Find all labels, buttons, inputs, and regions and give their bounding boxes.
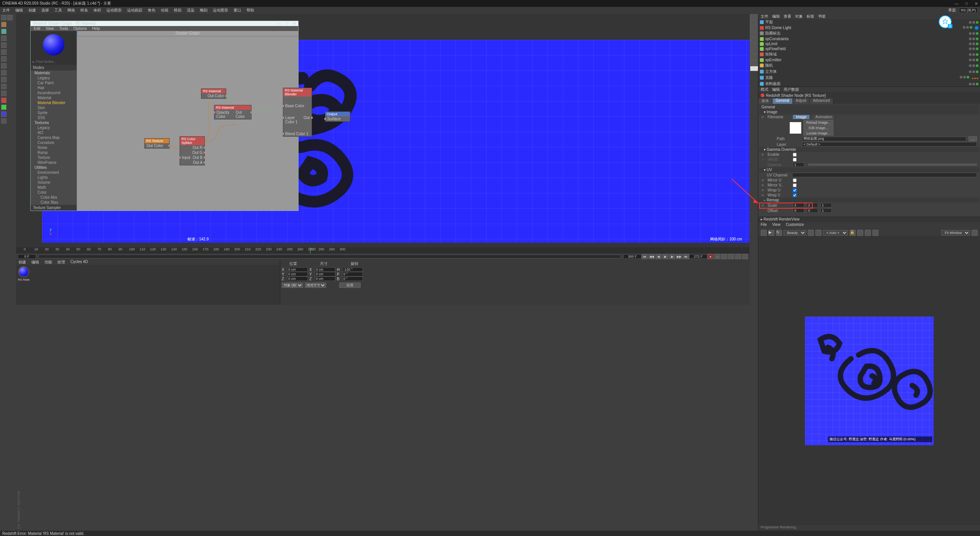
menu-item[interactable]: 文件 <box>761 14 768 19</box>
compare-button[interactable] <box>815 230 822 236</box>
snapshot-button[interactable] <box>808 230 814 236</box>
menu-item[interactable]: 文件 <box>2 8 10 13</box>
render-button[interactable] <box>761 230 767 236</box>
reload-image-button[interactable]: Reload Image... <box>804 120 833 125</box>
srgb-checkbox[interactable] <box>793 158 797 162</box>
node-tree[interactable]: MaterialsLegacyCar PaintHairIncandescent… <box>31 70 77 205</box>
tree-item[interactable]: Noise <box>31 145 77 150</box>
menu-item[interactable]: 选择 <box>41 8 49 13</box>
menu-item[interactable]: 动画 <box>161 8 168 13</box>
size-input[interactable] <box>315 276 335 281</box>
locate-image-button[interactable]: Locate Image... <box>804 131 833 136</box>
tree-item[interactable]: WireFrame <box>31 160 77 165</box>
menu-item[interactable]: 网格 <box>67 8 75 13</box>
menu-item[interactable]: View <box>46 26 54 31</box>
menu-item[interactable]: 创建 <box>28 8 36 13</box>
play-button[interactable]: ▶ <box>662 254 668 259</box>
object-row[interactable]: xpEmitter <box>758 57 980 62</box>
key-pos-button[interactable] <box>721 254 727 259</box>
tool-icon[interactable] <box>1 63 7 69</box>
tool-icon[interactable] <box>750 37 758 42</box>
menu-item[interactable]: Customize <box>786 222 804 229</box>
aov-select[interactable]: Beauty <box>784 230 806 235</box>
lock-button[interactable]: 🔒 <box>849 230 856 236</box>
menu-item[interactable]: 创建 <box>18 260 26 265</box>
tree-item[interactable]: Material <box>31 95 77 100</box>
tool-icon[interactable] <box>750 14 758 20</box>
wrap-v-checkbox[interactable] <box>793 193 797 197</box>
menu-item[interactable]: Help <box>92 26 100 31</box>
shader-window-titlebar[interactable]: Redshift Shader Graph - RS Material — □ … <box>31 21 298 26</box>
render-output[interactable]: 微信公众号: 野鹿志 油管: 野鹿志 作者: 马鹿野郎 (0.00%) <box>758 236 980 525</box>
fit-select[interactable]: Fit Window <box>941 230 970 235</box>
menu-item[interactable]: 样条 <box>80 8 88 13</box>
mirror-u-checkbox[interactable] <box>793 178 797 182</box>
minimize-icon[interactable]: — <box>278 21 281 26</box>
tree-item[interactable]: Incandescent <box>31 90 77 95</box>
prev-frame-button[interactable]: ◀ <box>655 254 662 259</box>
tree-item[interactable]: Color Bias <box>31 200 77 205</box>
rot-input[interactable] <box>342 267 363 272</box>
path-browse-button[interactable]: ... <box>969 136 977 141</box>
mirror-v-checkbox[interactable] <box>793 183 797 187</box>
gamma-input[interactable] <box>793 162 804 167</box>
menu-item[interactable]: 标签 <box>807 14 814 19</box>
tree-item[interactable]: Materials <box>31 70 77 75</box>
current-frame-input[interactable] <box>689 254 707 259</box>
apply-button[interactable]: 应用 <box>339 283 361 288</box>
tool-icon[interactable] <box>1 70 7 75</box>
object-row[interactable]: 立方体 <box>758 69 980 75</box>
grid-icon[interactable] <box>857 230 863 236</box>
menu-item[interactable]: View <box>772 222 781 229</box>
tree-item[interactable]: Color <box>31 190 77 195</box>
scale-tool-icon[interactable] <box>1 42 7 48</box>
pos-input[interactable] <box>287 272 308 276</box>
layer-input[interactable] <box>802 142 977 147</box>
language-badge[interactable] <box>939 15 952 28</box>
prev-key-button[interactable]: ◀◀ <box>648 254 655 259</box>
close-icon[interactable]: ✕ <box>293 21 296 26</box>
menu-item[interactable]: Edit <box>34 26 40 31</box>
bucket-icon[interactable] <box>865 230 871 236</box>
object-row[interactable]: 布料曲面 <box>758 81 980 87</box>
rot-input[interactable] <box>342 276 363 281</box>
attribute-tab[interactable]: 基本 <box>758 98 773 104</box>
node-material-blender[interactable]: RS Material Blender Base Color Layer Col… <box>283 88 312 137</box>
tool-icon[interactable] <box>750 31 758 37</box>
menu-item[interactable]: 雕刻 <box>200 8 207 13</box>
menu-item[interactable]: 书签 <box>818 14 826 19</box>
key-param-button[interactable] <box>742 254 748 259</box>
tool-icon[interactable] <box>750 60 758 65</box>
maximize-button[interactable]: □ <box>965 2 968 6</box>
attribute-tab[interactable]: Advanced <box>810 98 833 104</box>
node-output[interactable]: Output Surface <box>325 111 350 122</box>
offset-y-input[interactable] <box>807 208 818 213</box>
uv-channel-input[interactable] <box>792 173 977 177</box>
menu-item[interactable]: 运动图形 <box>213 8 228 13</box>
tree-item[interactable]: Hair <box>31 85 77 90</box>
rot-input[interactable] <box>342 272 363 276</box>
axis-y-icon[interactable] <box>1 105 7 110</box>
path-input[interactable] <box>802 137 966 141</box>
viewport[interactable]: 帧速：142.9 网格间距：100 cm y x Redshift Shader… <box>16 14 750 247</box>
tool-icon[interactable] <box>750 54 758 60</box>
node-rs-material-1[interactable]: RS Material Out Color <box>201 88 226 99</box>
menu-item[interactable]: 角色 <box>148 8 155 13</box>
tool-icon[interactable] <box>1 84 7 89</box>
scale-x-input[interactable] <box>793 203 804 208</box>
menu-item[interactable]: 运动图形 <box>106 8 122 13</box>
ipr-button[interactable]: ▶ <box>768 230 774 236</box>
tool-icon[interactable] <box>1 77 7 82</box>
tool-icon[interactable] <box>750 43 758 48</box>
object-row[interactable]: 隐藏标志 <box>758 30 980 36</box>
coord-mode1-select[interactable]: 对象 (相对) <box>282 283 303 288</box>
tree-item[interactable]: Sprite <box>31 110 77 115</box>
pos-input[interactable] <box>287 267 308 272</box>
goto-start-button[interactable]: ⏮ <box>642 254 648 259</box>
menu-item[interactable]: 模拟 <box>174 8 181 13</box>
tool-icon[interactable] <box>1 91 7 96</box>
key-scale-button[interactable] <box>728 254 734 259</box>
refresh-button[interactable]: ↻ <box>776 230 782 236</box>
timeline-scrollbar[interactable] <box>38 255 621 258</box>
record-button[interactable]: ● <box>707 254 714 259</box>
